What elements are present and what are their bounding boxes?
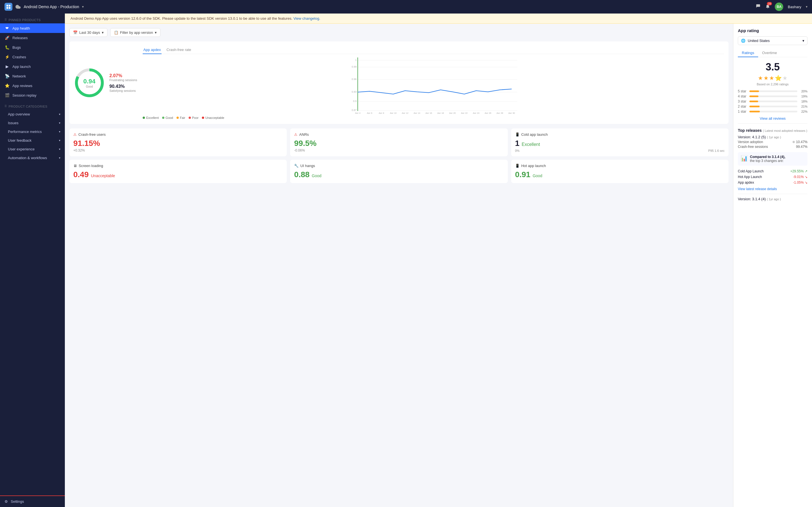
svg-text:Apr 14: Apr 14: [414, 112, 420, 114]
star-1: ★: [758, 75, 763, 81]
chevron-down-icon: ▾: [102, 31, 104, 35]
compare-icon: 📊: [741, 155, 748, 163]
svg-text:0.93: 0.93: [352, 91, 357, 93]
apdex-chart: 1 0.99 0.96 0.93 0.9 0.87: [143, 57, 724, 114]
svg-text:Apr 26: Apr 26: [485, 112, 492, 114]
sidebar-item-app-launch[interactable]: ▶ App launch: [0, 62, 65, 71]
notes-icon[interactable]: [756, 4, 761, 10]
metric-card-ui-hangs: 🔧 UI hangs 0.88 Good: [290, 160, 507, 183]
sidebar-item-user-experience[interactable]: User experience ▾: [0, 145, 65, 154]
right-panel: App rating 🌐 United States ▾ Ratings Ove…: [733, 24, 812, 507]
settings-item[interactable]: ⚙ Settings: [0, 496, 65, 507]
copy-icon: 📋: [114, 31, 118, 35]
metrics-grid: ⚠ Crash-free users 91.15% +0.32% ⚠ ANRs …: [69, 128, 728, 183]
view-changelog-link[interactable]: View changelog.: [294, 16, 320, 20]
svg-text:0.99: 0.99: [352, 65, 357, 68]
app-title-chevron[interactable]: ▾: [82, 5, 84, 9]
sidebar-item-automation-workflows[interactable]: Automation & workflows ▾: [0, 154, 65, 162]
app-health-icon: ❤: [4, 26, 10, 31]
gauge-value: 0.94: [84, 77, 96, 85]
app-logo: [4, 3, 12, 11]
product-categories-label: ⠿ Product categories: [0, 100, 65, 110]
cold-launch-label: Excellent: [522, 142, 540, 147]
app-launch-icon: ▶: [4, 64, 10, 69]
chevron-down-icon: ▾: [155, 31, 157, 35]
content-area: 📅 Last 30 days ▾ 📋 Filter by app version…: [65, 24, 812, 507]
rating-based-count: Based on 2,296 ratings: [738, 82, 808, 86]
metric-card-screen-loading: 🖥 Screen loading 0.49 Unacceptable: [69, 160, 287, 183]
app-rating-title: App rating: [738, 28, 808, 33]
tab-overtime[interactable]: Overtime: [758, 49, 781, 57]
screen-loading-label: Unacceptable: [91, 173, 115, 178]
top-nav-left: Android Demo App - Production ▾: [4, 3, 84, 11]
calendar-icon: 📅: [73, 31, 78, 35]
legend-excellent: Excellent: [146, 116, 159, 119]
svg-text:Apr 6: Apr 6: [367, 112, 373, 114]
star-bar-4: 4 star 19%: [738, 94, 808, 98]
chart-legend: Excellent Good Fair Poor Unacceptable: [143, 116, 724, 119]
apdex-gauge: 0.94 Good: [74, 67, 105, 98]
app-reviews-icon: ⭐: [4, 83, 10, 88]
change-rows: Cold App Launch +29.55% ↗ Hot App Launch…: [738, 168, 808, 185]
sidebar-item-app-health[interactable]: ❤ App health: [0, 23, 65, 33]
svg-text:0.96: 0.96: [352, 78, 357, 80]
star-bar-3: 3 star 18%: [738, 100, 808, 103]
metric-card-crash-free-users: ⚠ Crash-free users 91.15% +0.32%: [69, 128, 287, 156]
svg-text:Apr 10: Apr 10: [390, 112, 397, 114]
view-latest-release-link[interactable]: View latest release details: [738, 187, 808, 191]
user-chevron[interactable]: ▾: [806, 5, 808, 9]
compare-box: 📊 Compared to 3.1.4 (4), the top 3 chang…: [738, 152, 808, 166]
star-5: ★: [782, 75, 788, 81]
sidebar-item-app-overview[interactable]: App overview ▾: [0, 110, 65, 119]
sidebar-item-performance-metrics[interactable]: Performance metrics ▾: [0, 127, 65, 136]
layout: ⠿ Pinned products ❤ App health 🚀 Release…: [0, 13, 812, 507]
star-bar-2: 2 star 21%: [738, 105, 808, 108]
sidebar-item-bugs[interactable]: 🐛 Bugs: [0, 43, 65, 52]
app-version-filter-button[interactable]: 📋 Filter by app version ▾: [110, 28, 160, 37]
sidebar-item-releases[interactable]: 🚀 Releases: [0, 33, 65, 43]
notification-badge: 29: [767, 2, 772, 5]
country-selector[interactable]: 🌐 United States ▾: [738, 36, 808, 45]
date-filter-button[interactable]: 📅 Last 30 days ▾: [69, 28, 107, 37]
cloud-icon: [15, 4, 21, 10]
chevron-down-icon: ▾: [59, 130, 60, 133]
legend-unacceptable: Unacceptable: [205, 116, 224, 119]
metric-card-hot-app-launch: 📱 Hot app launch 0.91 Good: [511, 160, 728, 183]
crash-free-users-sub: +0.32%: [73, 149, 283, 152]
tab-crash-free-rate[interactable]: Crash-free rate: [166, 46, 192, 54]
rating-tabs: Ratings Overtime: [738, 49, 808, 57]
hot-app-launch-value: 0.91: [515, 170, 530, 179]
chevron-down-icon: ▾: [59, 148, 60, 151]
sdk-banner: Android Demo App App uses version 12.6.0…: [65, 13, 812, 24]
tab-ratings[interactable]: Ratings: [738, 49, 758, 57]
sidebar-item-session-replay[interactable]: 🎬 Session replay: [0, 91, 65, 100]
tab-app-apdex[interactable]: App apdex: [143, 46, 161, 54]
anrs-icon: ⚠: [294, 132, 297, 136]
globe-icon: 🌐: [741, 39, 746, 43]
view-all-reviews-link[interactable]: View all reviews: [738, 116, 808, 121]
warning-icon: ⚠: [73, 132, 77, 136]
svg-text:Apr 28: Apr 28: [497, 112, 503, 114]
sidebar-item-user-feedback[interactable]: User feedback ▾: [0, 136, 65, 145]
network-icon: 📡: [4, 74, 10, 78]
user-avatar[interactable]: BA: [775, 3, 783, 11]
change-hot-app-launch: Hot App Launch -9.01% ↘: [738, 174, 808, 180]
sidebar-item-app-reviews[interactable]: ⭐ App reviews: [0, 81, 65, 91]
frustrating-label: Frustrating sessions: [109, 78, 137, 82]
star-bar-5: 5 star 20%: [738, 89, 808, 93]
svg-rect-1: [9, 5, 10, 6]
svg-text:1: 1: [355, 59, 357, 61]
notifications-icon[interactable]: 29: [765, 4, 770, 10]
releases-icon: 🚀: [4, 36, 10, 40]
sidebar-item-network[interactable]: 📡 Network: [0, 71, 65, 81]
svg-text:Apr 20: Apr 20: [449, 112, 456, 114]
version-footer: Version: 3.1.4 (4) ( 1yr ago ): [738, 197, 808, 201]
sidebar-item-crashes[interactable]: ⚡ Crashes: [0, 52, 65, 62]
screen-loading-value: 0.49: [73, 170, 89, 179]
apdex-section: 0.94 Good 2.07% Frustrating sessions: [69, 41, 728, 124]
chart-tabs: App apdex Crash-free rate: [143, 46, 724, 54]
star-rating: ★ ★ ★ ⭐ ★: [738, 75, 808, 81]
frustrating-pct: 2.07%: [109, 73, 137, 78]
satisfying-pct: 90.43%: [109, 84, 137, 89]
sidebar-item-issues[interactable]: Issues ▾: [0, 119, 65, 127]
